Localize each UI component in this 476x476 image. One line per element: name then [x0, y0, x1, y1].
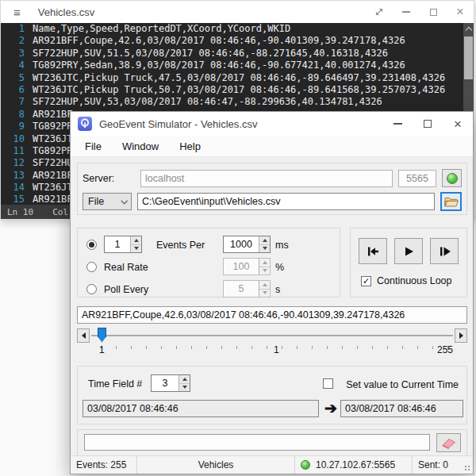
interval-spinner[interactable]: 1000	[223, 236, 271, 253]
grip-dots-icon	[464, 465, 470, 471]
slider-left-button[interactable]	[77, 328, 90, 343]
real-rate-radio[interactable]	[86, 262, 97, 272]
close-button[interactable]: ×	[443, 112, 473, 136]
scroll-up-icon[interactable]	[463, 23, 474, 35]
editor-line: 6WT236JTC,Pickup Truck,50.7,03/08/2017 0…	[1, 84, 474, 96]
poll-value: 5	[224, 281, 259, 297]
spin-down-icon[interactable]	[179, 383, 190, 392]
menu-file[interactable]: File	[75, 136, 112, 156]
poll-every-label: Poll Every	[104, 284, 148, 295]
events-per-row: 1 Events Per 1000 ms	[78, 236, 340, 256]
clear-button[interactable]	[436, 433, 461, 452]
maximize-icon	[424, 120, 432, 128]
slider-thumb[interactable]	[98, 328, 106, 343]
time-values-row: 03/08/2017 08:46:46 ➔ 03/08/2017 08:46:4…	[78, 400, 466, 419]
spin-down-icon[interactable]	[131, 244, 141, 253]
browse-file-button[interactable]	[440, 192, 462, 211]
close-icon: ×	[454, 117, 462, 131]
spin-up-icon	[259, 281, 270, 289]
geoevent-simulator-window: GeoEvent Simulator - Vehicles.csv × File…	[70, 111, 474, 474]
close-button[interactable]: ×	[447, 1, 474, 23]
file-path-input[interactable]: C:\GeoEvent\input\Vehicles.csv	[137, 193, 435, 210]
spin-up-icon[interactable]	[131, 236, 141, 244]
scrollbar-thumb[interactable]	[464, 36, 473, 79]
hamburger-menu-icon[interactable]: ≡	[13, 6, 21, 18]
maximize-button[interactable]	[413, 112, 443, 136]
connect-button[interactable]	[442, 169, 462, 187]
seconds-unit-label: s	[275, 284, 280, 295]
events-per-radio[interactable]	[86, 240, 97, 250]
spin-down-icon[interactable]	[259, 244, 270, 253]
interval-value: 1000	[224, 236, 259, 252]
spin-up-icon[interactable]	[259, 236, 270, 244]
server-group: Server: localhost 5565 File C:\GeoEvent\…	[77, 163, 467, 215]
dataset-cell: Vehicles	[137, 456, 295, 474]
server-label: Server:	[83, 173, 135, 184]
step-button[interactable]	[430, 238, 459, 264]
playback-group: ✓ Continuous Loop	[350, 228, 467, 298]
continuous-loop-row: ✓ Continuous Loop	[361, 275, 466, 286]
open-folder-icon	[444, 196, 459, 208]
chevron-down-icon	[121, 198, 127, 204]
time-field-spinner[interactable]: 3	[151, 374, 190, 392]
menu-help[interactable]: Help	[169, 136, 211, 156]
set-current-time-checkbox[interactable]	[323, 378, 333, 389]
continuous-loop-label: Continuous Loop	[377, 275, 452, 286]
set-current-time-label: Set value to Current Time	[346, 379, 459, 390]
time-field-group: Time Field # 3 Set value to Current Time…	[77, 366, 467, 424]
play-button[interactable]	[394, 238, 423, 264]
events-count-spinner[interactable]: 1	[104, 236, 142, 253]
skip-to-start-button[interactable]	[359, 238, 387, 264]
minimize-button[interactable]	[382, 112, 413, 136]
simulator-titlebar: GeoEvent Simulator - Vehicles.csv ×	[71, 112, 473, 136]
source-type-value: File	[88, 196, 104, 207]
continuous-loop-checkbox[interactable]: ✓	[361, 276, 371, 286]
resize-grip[interactable]	[462, 456, 473, 474]
rate-group: 1 Events Per 1000 ms Real Rate 100 % Pol…	[77, 228, 340, 298]
source-row: File C:\GeoEvent\input\Vehicles.csv	[83, 192, 462, 211]
events-count-value: 1	[105, 236, 130, 252]
sent-count-text: Sent: 0	[418, 459, 448, 470]
spin-down-icon	[259, 289, 270, 298]
fullscreen-button[interactable]	[366, 1, 393, 23]
spin-down-icon	[259, 267, 270, 275]
play-icon	[401, 244, 416, 259]
dataset-name-text: Vehicles	[198, 459, 234, 470]
menu-window[interactable]: Window	[112, 136, 169, 156]
step-forward-icon	[436, 244, 452, 259]
connection-dot-icon	[301, 460, 310, 470]
message-group	[77, 429, 467, 456]
events-per-label: Events Per	[156, 240, 205, 251]
editor-window-controls: ×	[366, 1, 474, 23]
skip-to-start-icon	[365, 244, 381, 259]
editor-line: 2AR921BFF,Coupe,42.6,03/08/2017 08:46:46…	[1, 35, 474, 47]
line-indicator: Ln 10	[7, 207, 33, 217]
events-count-cell: Events: 255	[71, 456, 137, 474]
poll-every-radio[interactable]	[86, 284, 97, 294]
time-to-field[interactable]: 03/08/2017 08:46:46	[340, 400, 463, 417]
message-field[interactable]	[84, 434, 430, 451]
minimize-button[interactable]	[393, 1, 420, 23]
spin-up-icon[interactable]	[179, 375, 190, 383]
editor-window-title: Vehicles.csv	[38, 6, 95, 18]
spin-up-icon	[259, 259, 270, 267]
editor-line: 3SF722HUP,SUV,51.5,03/08/2017 08:46:46,-…	[1, 48, 474, 60]
current-event-field[interactable]: AR921BFF,Coupe,42.6,03/08/2017 08:46:46,…	[77, 306, 467, 324]
source-type-dropdown[interactable]: File	[83, 193, 132, 210]
simulator-window-title: GeoEvent Simulator - Vehicles.csv	[99, 118, 257, 130]
maximize-button[interactable]	[420, 1, 447, 23]
minimize-icon	[402, 11, 410, 13]
eraser-icon	[440, 437, 457, 449]
slider-track[interactable]	[91, 335, 453, 336]
playback-buttons	[351, 238, 466, 264]
server-port-input[interactable]: 5565	[398, 170, 436, 187]
server-row: Server: localhost 5565	[83, 169, 462, 187]
simulator-statusbar: Events: 255 Vehicles 10.27.102.67:5565 S…	[71, 455, 473, 474]
time-from-field[interactable]: 03/08/2017 08:46:46	[83, 400, 319, 417]
event-slider	[77, 328, 467, 343]
real-rate-value: 100	[224, 259, 259, 274]
slider-right-button[interactable]	[455, 328, 467, 343]
slider-labels: 1 1 255	[77, 344, 467, 357]
server-host-input[interactable]: localhost	[140, 170, 393, 187]
editor-line: 1Name,Type,Speed,ReportedDT,XCoord,YCoor…	[1, 23, 474, 35]
